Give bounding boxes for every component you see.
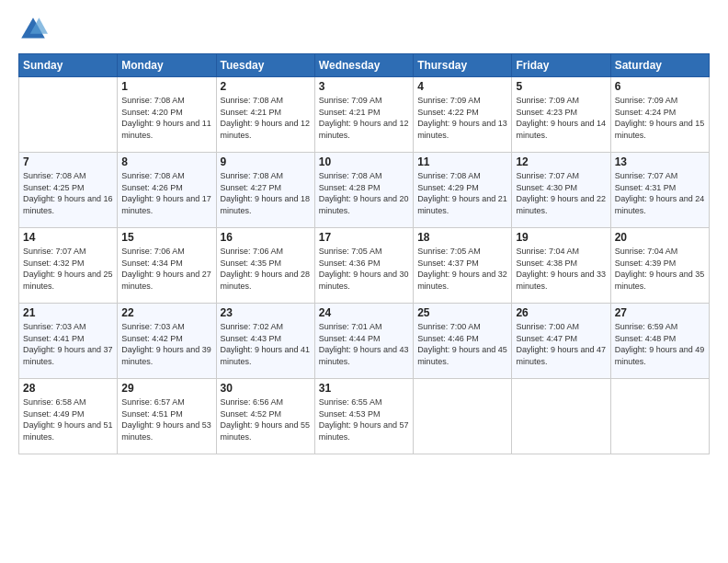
weekday-header-thursday: Thursday <box>414 54 512 77</box>
day-number: 20 <box>615 231 705 244</box>
weekday-header-monday: Monday <box>118 54 216 77</box>
calendar-cell: 23Sunrise: 7:02 AMSunset: 4:43 PMDayligh… <box>216 304 314 379</box>
day-info: Sunrise: 7:08 AMSunset: 4:21 PMDaylight:… <box>221 95 311 141</box>
day-info: Sunrise: 7:06 AMSunset: 4:34 PMDaylight:… <box>121 246 211 292</box>
day-number: 31 <box>319 382 409 395</box>
calendar-cell: 26Sunrise: 7:00 AMSunset: 4:47 PMDayligh… <box>512 304 610 379</box>
day-info: Sunrise: 7:01 AMSunset: 4:44 PMDaylight:… <box>319 321 409 367</box>
calendar-cell: 10Sunrise: 7:08 AMSunset: 4:28 PMDayligh… <box>314 153 413 228</box>
logo <box>18 15 51 44</box>
day-info: Sunrise: 7:07 AMSunset: 4:30 PMDaylight:… <box>516 170 606 216</box>
calendar-cell: 2Sunrise: 7:08 AMSunset: 4:21 PMDaylight… <box>216 77 314 153</box>
calendar-cell: 9Sunrise: 7:08 AMSunset: 4:27 PMDaylight… <box>216 153 314 228</box>
weekday-header-saturday: Saturday <box>610 54 709 77</box>
calendar-week-1: 1Sunrise: 7:08 AMSunset: 4:20 PMDaylight… <box>19 77 710 153</box>
day-info: Sunrise: 7:02 AMSunset: 4:43 PMDaylight:… <box>221 321 311 367</box>
day-number: 2 <box>221 80 311 93</box>
day-number: 5 <box>516 80 606 93</box>
day-number: 9 <box>221 155 311 168</box>
calendar-cell: 12Sunrise: 7:07 AMSunset: 4:30 PMDayligh… <box>512 153 610 228</box>
day-info: Sunrise: 7:00 AMSunset: 4:47 PMDaylight:… <box>516 321 606 367</box>
day-number: 1 <box>121 80 211 93</box>
day-info: Sunrise: 7:09 AMSunset: 4:24 PMDaylight:… <box>615 95 705 141</box>
calendar-cell: 20Sunrise: 7:04 AMSunset: 4:39 PMDayligh… <box>610 228 709 304</box>
day-info: Sunrise: 6:56 AMSunset: 4:52 PMDaylight:… <box>221 396 311 442</box>
day-number: 8 <box>121 155 211 168</box>
day-number: 12 <box>516 155 606 168</box>
day-number: 15 <box>121 231 211 244</box>
calendar-cell <box>610 379 709 454</box>
day-number: 10 <box>319 155 409 168</box>
calendar-cell: 15Sunrise: 7:06 AMSunset: 4:34 PMDayligh… <box>118 228 216 304</box>
calendar-cell <box>512 379 610 454</box>
weekday-header-wednesday: Wednesday <box>314 54 413 77</box>
calendar-cell: 24Sunrise: 7:01 AMSunset: 4:44 PMDayligh… <box>314 304 413 379</box>
day-info: Sunrise: 7:08 AMSunset: 4:26 PMDaylight:… <box>121 170 211 216</box>
day-number: 25 <box>417 306 507 319</box>
day-info: Sunrise: 7:09 AMSunset: 4:21 PMDaylight:… <box>319 95 409 141</box>
calendar-cell: 27Sunrise: 6:59 AMSunset: 4:48 PMDayligh… <box>610 304 709 379</box>
day-info: Sunrise: 7:04 AMSunset: 4:39 PMDaylight:… <box>615 246 705 292</box>
day-number: 16 <box>221 231 311 244</box>
day-number: 13 <box>615 155 705 168</box>
day-info: Sunrise: 7:03 AMSunset: 4:41 PMDaylight:… <box>23 321 113 367</box>
day-info: Sunrise: 7:08 AMSunset: 4:27 PMDaylight:… <box>221 170 311 216</box>
header <box>18 15 710 44</box>
calendar-week-5: 28Sunrise: 6:58 AMSunset: 4:49 PMDayligh… <box>19 379 710 454</box>
calendar-cell: 28Sunrise: 6:58 AMSunset: 4:49 PMDayligh… <box>19 379 118 454</box>
weekday-header-row: SundayMondayTuesdayWednesdayThursdayFrid… <box>19 54 710 77</box>
calendar-cell: 6Sunrise: 7:09 AMSunset: 4:24 PMDaylight… <box>610 77 709 153</box>
page: SundayMondayTuesdayWednesdayThursdayFrid… <box>0 0 728 563</box>
weekday-header-tuesday: Tuesday <box>216 54 314 77</box>
day-number: 14 <box>23 231 113 244</box>
day-info: Sunrise: 7:07 AMSunset: 4:31 PMDaylight:… <box>615 170 705 216</box>
day-info: Sunrise: 6:57 AMSunset: 4:51 PMDaylight:… <box>121 396 211 442</box>
calendar-cell: 19Sunrise: 7:04 AMSunset: 4:38 PMDayligh… <box>512 228 610 304</box>
day-number: 18 <box>417 231 507 244</box>
day-info: Sunrise: 7:00 AMSunset: 4:46 PMDaylight:… <box>417 321 507 367</box>
calendar-cell: 18Sunrise: 7:05 AMSunset: 4:37 PMDayligh… <box>414 228 512 304</box>
weekday-header-friday: Friday <box>512 54 610 77</box>
calendar-week-2: 7Sunrise: 7:08 AMSunset: 4:25 PMDaylight… <box>19 153 710 228</box>
calendar-cell <box>19 77 118 153</box>
day-info: Sunrise: 6:55 AMSunset: 4:53 PMDaylight:… <box>319 396 409 442</box>
calendar-cell: 30Sunrise: 6:56 AMSunset: 4:52 PMDayligh… <box>216 379 314 454</box>
calendar-cell: 31Sunrise: 6:55 AMSunset: 4:53 PMDayligh… <box>314 379 413 454</box>
calendar-week-3: 14Sunrise: 7:07 AMSunset: 4:32 PMDayligh… <box>19 228 710 304</box>
calendar-cell: 29Sunrise: 6:57 AMSunset: 4:51 PMDayligh… <box>118 379 216 454</box>
day-number: 21 <box>23 306 113 319</box>
calendar-cell: 13Sunrise: 7:07 AMSunset: 4:31 PMDayligh… <box>610 153 709 228</box>
day-info: Sunrise: 7:08 AMSunset: 4:28 PMDaylight:… <box>319 170 409 216</box>
day-number: 26 <box>516 306 606 319</box>
day-info: Sunrise: 7:05 AMSunset: 4:36 PMDaylight:… <box>319 246 409 292</box>
day-info: Sunrise: 7:09 AMSunset: 4:23 PMDaylight:… <box>516 95 606 141</box>
calendar-cell: 5Sunrise: 7:09 AMSunset: 4:23 PMDaylight… <box>512 77 610 153</box>
weekday-header-sunday: Sunday <box>19 54 118 77</box>
day-number: 28 <box>23 382 113 395</box>
calendar-cell: 16Sunrise: 7:06 AMSunset: 4:35 PMDayligh… <box>216 228 314 304</box>
day-number: 29 <box>121 382 211 395</box>
day-number: 11 <box>417 155 507 168</box>
calendar-cell: 4Sunrise: 7:09 AMSunset: 4:22 PMDaylight… <box>414 77 512 153</box>
calendar-cell: 8Sunrise: 7:08 AMSunset: 4:26 PMDaylight… <box>118 153 216 228</box>
day-number: 3 <box>319 80 409 93</box>
calendar-cell: 14Sunrise: 7:07 AMSunset: 4:32 PMDayligh… <box>19 228 118 304</box>
day-number: 6 <box>615 80 705 93</box>
day-info: Sunrise: 7:05 AMSunset: 4:37 PMDaylight:… <box>417 246 507 292</box>
calendar-cell: 17Sunrise: 7:05 AMSunset: 4:36 PMDayligh… <box>314 228 413 304</box>
day-info: Sunrise: 7:06 AMSunset: 4:35 PMDaylight:… <box>221 246 311 292</box>
day-number: 30 <box>221 382 311 395</box>
day-number: 19 <box>516 231 606 244</box>
day-number: 22 <box>121 306 211 319</box>
day-info: Sunrise: 7:03 AMSunset: 4:42 PMDaylight:… <box>121 321 211 367</box>
calendar-cell: 22Sunrise: 7:03 AMSunset: 4:42 PMDayligh… <box>118 304 216 379</box>
calendar-cell: 11Sunrise: 7:08 AMSunset: 4:29 PMDayligh… <box>414 153 512 228</box>
day-number: 4 <box>417 80 507 93</box>
calendar-week-4: 21Sunrise: 7:03 AMSunset: 4:41 PMDayligh… <box>19 304 710 379</box>
day-number: 23 <box>221 306 311 319</box>
calendar-cell: 3Sunrise: 7:09 AMSunset: 4:21 PMDaylight… <box>314 77 413 153</box>
day-info: Sunrise: 7:07 AMSunset: 4:32 PMDaylight:… <box>23 246 113 292</box>
calendar-cell: 21Sunrise: 7:03 AMSunset: 4:41 PMDayligh… <box>19 304 118 379</box>
day-info: Sunrise: 6:59 AMSunset: 4:48 PMDaylight:… <box>615 321 705 367</box>
day-info: Sunrise: 7:08 AMSunset: 4:20 PMDaylight:… <box>121 95 211 141</box>
